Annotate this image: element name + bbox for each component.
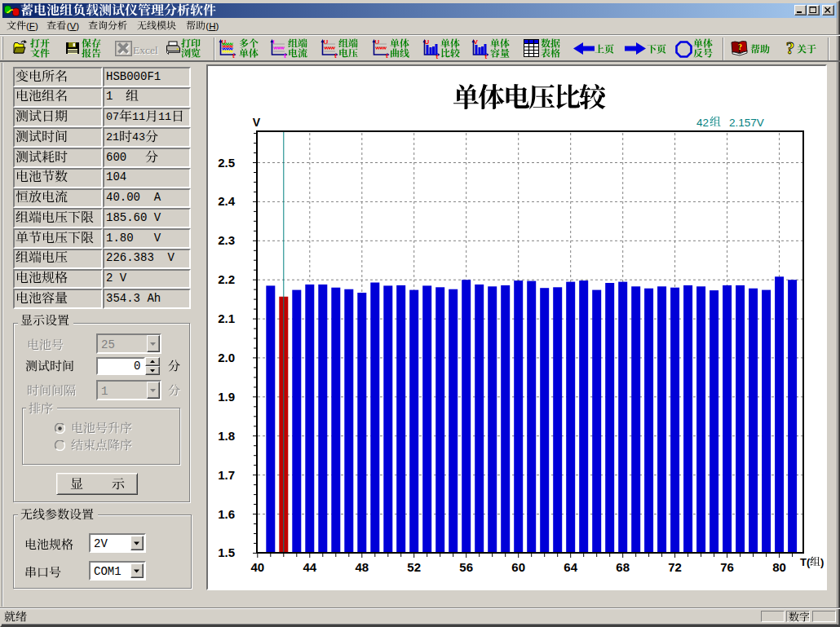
svg-text:2: 2	[106, 131, 113, 143]
svg-text:4: 4	[132, 131, 139, 143]
svg-text:U: U	[425, 39, 430, 46]
svg-text:72: 72	[668, 560, 682, 574]
svg-text:1.9: 1.9	[218, 390, 235, 404]
svg-text:2.3: 2.3	[218, 233, 235, 247]
svg-text:40: 40	[250, 560, 264, 574]
svg-text:V: V	[253, 116, 261, 129]
svg-text:1: 1	[165, 111, 171, 122]
svg-text:U: U	[375, 39, 380, 46]
svg-text:t: t	[334, 52, 337, 59]
svg-text:): )	[820, 556, 824, 568]
svg-text:?: ?	[786, 40, 795, 56]
svg-text:2.4: 2.4	[218, 194, 236, 208]
svg-text:t: t	[386, 52, 388, 59]
svg-text:1: 1	[132, 111, 139, 122]
svg-text:48: 48	[355, 560, 369, 574]
svg-text:56: 56	[459, 560, 473, 574]
svg-text:44: 44	[303, 560, 316, 574]
svg-text:60: 60	[511, 560, 525, 574]
svg-text:1.5: 1.5	[218, 545, 235, 559]
svg-text:80: 80	[772, 560, 786, 574]
svg-text:1: 1	[139, 111, 145, 122]
svg-text:64: 64	[564, 560, 577, 574]
svg-text:1.7: 1.7	[218, 468, 235, 482]
svg-text:2.2: 2.2	[218, 272, 235, 286]
svg-text:76: 76	[720, 560, 734, 574]
svg-text:0: 0	[106, 111, 113, 122]
svg-text:2.5: 2.5	[218, 156, 235, 170]
svg-text:T(: T(	[800, 556, 811, 568]
svg-text:1: 1	[158, 111, 165, 122]
svg-text:U: U	[324, 39, 329, 46]
svg-text:t: t	[284, 52, 286, 59]
svg-text:?: ?	[738, 42, 742, 51]
svg-text:1: 1	[113, 131, 119, 143]
svg-text:2.0: 2.0	[218, 351, 235, 364]
svg-text:42: 42	[696, 117, 709, 129]
svg-text:2.1: 2.1	[218, 311, 235, 325]
svg-text:68: 68	[616, 560, 630, 574]
svg-text:1.6: 1.6	[218, 507, 235, 521]
svg-text:52: 52	[407, 560, 421, 574]
svg-text:2.157V: 2.157V	[729, 117, 764, 129]
svg-text:V: V	[474, 39, 479, 46]
svg-text:7: 7	[113, 111, 119, 122]
svg-text:1.8: 1.8	[218, 429, 235, 443]
svg-text:3: 3	[139, 131, 145, 143]
svg-text:I: I	[273, 39, 275, 46]
svg-text:t: t	[232, 52, 235, 59]
